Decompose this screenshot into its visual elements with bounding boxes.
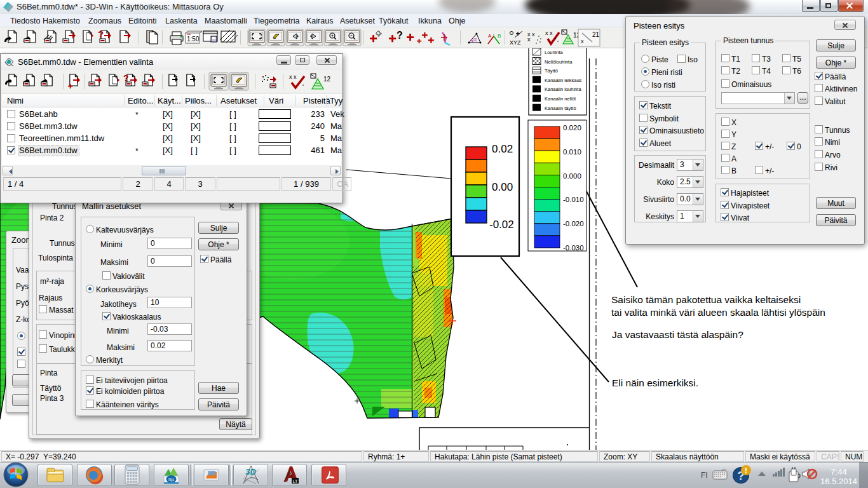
svg-text:!: !: [745, 466, 747, 475]
svg-text:0.02: 0.02: [492, 143, 513, 155]
svg-text:Ja vastavaasti tästä alaspäin?: Ja vastavaasti tästä alaspäin?: [612, 329, 743, 340]
svg-text:x x: x x: [545, 30, 553, 36]
svg-text:FI: FI: [701, 471, 708, 480]
svg-text:0.000: 0.000: [563, 172, 581, 180]
svg-text:x x: x x: [289, 74, 297, 80]
svg-text:12: 12: [323, 76, 331, 83]
svg-text:XYZ: XYZ: [510, 39, 521, 46]
svg-text:-0.030: -0.030: [563, 244, 584, 252]
svg-text:A: A: [488, 33, 492, 39]
svg-text:?: ?: [397, 30, 403, 41]
svg-text:hp: hp: [168, 477, 174, 482]
svg-text:16.5.2014: 16.5.2014: [820, 477, 857, 486]
svg-text:?: ?: [98, 29, 104, 39]
svg-text:Kanaalin täyttö: Kanaalin täyttö: [545, 105, 576, 111]
svg-text:tai valita minkä väri alueen s: tai valita minkä väri alueen skaala läht…: [611, 307, 825, 318]
svg-text:1:50: 1:50: [187, 36, 200, 43]
svg-text:Kanaalin leikkaus: Kanaalin leikkaus: [545, 78, 582, 83]
svg-text:Täyttö: Täyttö: [545, 68, 558, 74]
svg-text:21: 21: [592, 31, 600, 38]
svg-text:Kanaalin louhinta: Kanaalin louhinta: [545, 86, 581, 92]
svg-text:-0.010: -0.010: [563, 196, 584, 203]
svg-text:Eli näin esimerkiksi.: Eli näin esimerkiksi.: [612, 377, 698, 388]
svg-text:Kanaalin neliöt: Kanaalin neliöt: [545, 96, 576, 102]
svg-text:-0.020: -0.020: [563, 220, 584, 227]
svg-text:0.00: 0.00: [492, 181, 513, 193]
svg-text:x: x: [527, 36, 531, 43]
svg-text:LT: LT: [293, 479, 298, 484]
svg-text:Neliölouhinta: Neliölouhinta: [545, 59, 573, 65]
svg-text:x: x: [581, 38, 584, 44]
svg-text:Louhinta: Louhinta: [545, 50, 564, 55]
svg-text:Saisiko tämän pakotettua vaikk: Saisiko tämän pakotettua vaikka keltaise…: [611, 294, 801, 305]
svg-text:7:44: 7:44: [831, 467, 846, 477]
svg-text:α: α: [473, 36, 477, 43]
svg-text:0.020: 0.020: [563, 124, 581, 132]
svg-text:B: B: [498, 33, 501, 39]
svg-text:0.010: 0.010: [563, 148, 581, 156]
svg-text:-0.02: -0.02: [489, 219, 514, 231]
svg-text:3D: 3D: [245, 467, 257, 477]
